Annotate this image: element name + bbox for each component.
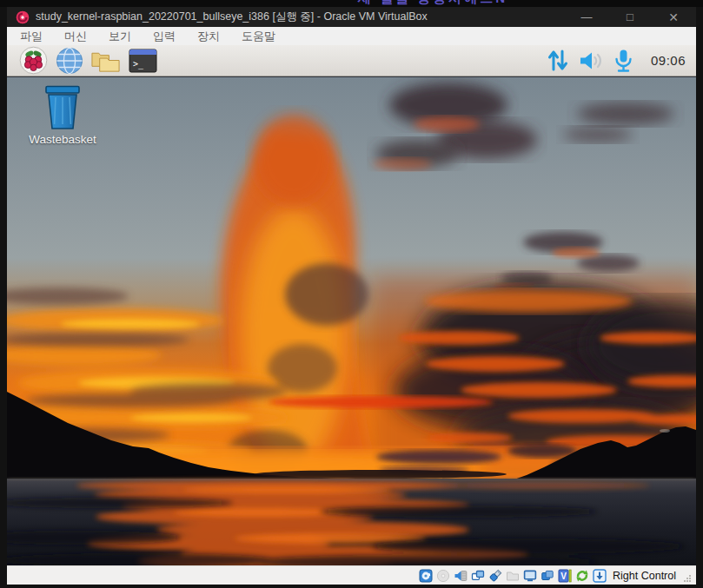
mouse-integration-status-button[interactable] <box>574 568 589 583</box>
guest-desktop: Wastebasket <box>7 77 696 565</box>
vm-screen: >_ <box>7 45 696 565</box>
close-button[interactable]: ✕ <box>667 11 680 23</box>
window-title: study_kernel-raspbian_20220701_bullseye_… <box>36 10 428 24</box>
hard-disk-status-button[interactable] <box>418 568 433 583</box>
raspberry-icon <box>19 46 48 75</box>
audio-status-button[interactable] <box>453 568 468 583</box>
menu-help[interactable]: 도움말 <box>242 29 275 44</box>
features-status-button[interactable]: V <box>557 568 572 583</box>
applications-menu-button[interactable] <box>17 47 49 75</box>
sunset-wallpaper <box>7 77 696 565</box>
menu-file[interactable]: 파일 <box>20 29 43 44</box>
system-tray: 09:06 <box>547 49 686 73</box>
menu-devices[interactable]: 장치 <box>197 29 220 44</box>
usb-icon <box>488 569 502 583</box>
background-window-strip: 세 필클 응용시에즈N <box>0 0 703 7</box>
volume-button[interactable] <box>578 50 604 72</box>
shared-folders-status-button[interactable] <box>505 568 520 583</box>
hard-disk-icon <box>419 569 433 583</box>
virtualbox-window: 세 필클 응용시에즈N study_kernel-raspbian_202207… <box>0 0 703 588</box>
shared-folders-icon <box>506 569 520 583</box>
display-status-button[interactable] <box>522 568 537 583</box>
maximize-button[interactable]: □ <box>623 11 637 23</box>
wastebasket-icon <box>38 84 87 131</box>
terminal-button[interactable]: >_ <box>127 47 158 75</box>
network-icon <box>471 569 485 583</box>
wastebasket-label: Wastebasket <box>29 133 96 146</box>
wastebasket-desktop-icon[interactable]: Wastebasket <box>19 84 106 146</box>
optical-disc-status-button[interactable] <box>435 568 450 583</box>
microphone-icon <box>613 49 633 73</box>
menu-view[interactable]: 보기 <box>109 29 131 44</box>
file-manager-button[interactable] <box>90 47 122 75</box>
resize-grip[interactable] <box>684 575 692 583</box>
minimize-button[interactable]: — <box>580 11 594 23</box>
audio-icon <box>454 569 468 583</box>
virtualbox-logo-icon <box>16 10 30 24</box>
features-icon: V <box>558 569 572 583</box>
terminal-icon: >_ <box>129 49 157 73</box>
recording-icon <box>541 569 554 583</box>
globe-icon <box>56 47 83 75</box>
svg-text:V: V <box>560 571 567 580</box>
guest-taskbar: >_ <box>7 45 696 76</box>
network-traffic-button[interactable] <box>547 49 569 72</box>
folders-icon <box>90 48 122 74</box>
mouse-integration-icon <box>575 569 589 583</box>
menu-input[interactable]: 입력 <box>153 29 176 44</box>
speaker-icon <box>578 50 604 72</box>
web-browser-button[interactable] <box>54 47 85 75</box>
updown-arrows-icon <box>547 49 569 72</box>
clipped-background-text: 세 필클 응용시에즈N <box>358 0 507 7</box>
titlebar[interactable]: study_kernel-raspbian_20220701_bullseye_… <box>7 7 696 27</box>
statusbar: V Right Control <box>7 565 696 585</box>
host-key-label: Right Control <box>613 570 676 582</box>
window-controls: — □ ✕ <box>580 11 687 23</box>
network-status-button[interactable] <box>470 568 485 583</box>
taskbar-clock[interactable]: 09:06 <box>651 53 686 68</box>
keyboard-down-arrow-icon <box>593 569 607 583</box>
microphone-button[interactable] <box>613 49 633 73</box>
keyboard-status-button[interactable] <box>592 568 607 583</box>
menubar: 파일 머신 보기 입력 장치 도움말 <box>7 27 696 45</box>
display-icon <box>523 569 537 583</box>
optical-disc-icon <box>436 569 450 583</box>
usb-status-button[interactable] <box>487 568 502 583</box>
svg-text:>_: >_ <box>133 59 144 69</box>
recording-status-button[interactable] <box>540 568 554 583</box>
menu-machine[interactable]: 머신 <box>64 29 87 44</box>
